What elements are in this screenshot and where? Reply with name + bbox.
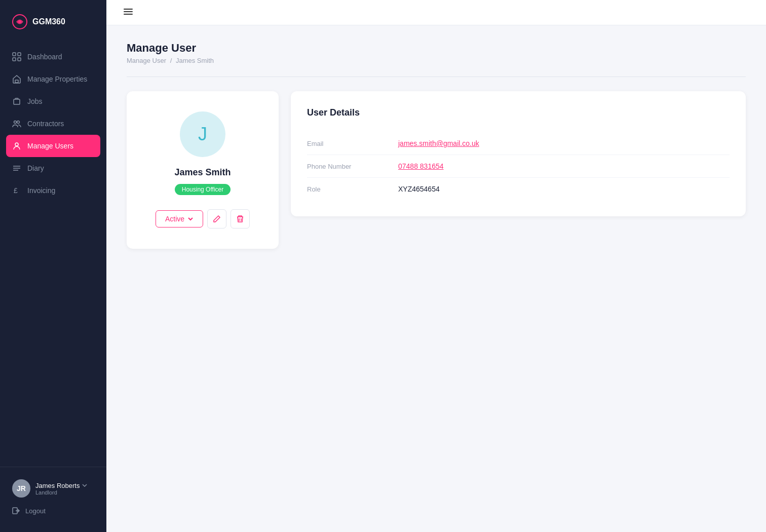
user-info: James Roberts Landlord	[35, 482, 94, 496]
sidebar-item-jobs[interactable]: Jobs	[0, 90, 106, 112]
logo-text: GGM360	[32, 17, 65, 26]
edit-button[interactable]	[207, 209, 226, 229]
user-card-avatar: J	[180, 111, 225, 157]
logout-label: Logout	[25, 507, 46, 515]
user-card: J James Smith Housing Officer Active	[127, 91, 279, 249]
svg-rect-2	[13, 53, 16, 56]
email-value[interactable]: james.smith@gmail.co.uk	[398, 139, 479, 147]
jobs-icon	[12, 97, 21, 106]
logout-button[interactable]: Logout	[12, 502, 94, 520]
details-card: User Details Email james.smith@gmail.co.…	[291, 91, 746, 216]
svg-rect-3	[18, 53, 21, 56]
svg-point-1	[18, 20, 21, 23]
svg-rect-6	[15, 80, 18, 83]
page-divider	[127, 77, 746, 77]
hamburger-icon	[123, 6, 134, 17]
dashboard-icon	[12, 52, 21, 61]
svg-rect-7	[14, 99, 20, 104]
sidebar-item-diary[interactable]: Diary	[0, 157, 106, 179]
chevron-down-icon	[187, 216, 194, 222]
sidebar-nav: Dashboard Manage Properties Jobs	[0, 42, 106, 467]
logo: GGM360	[0, 0, 106, 42]
sidebar-item-manage-properties-label: Manage Properties	[27, 75, 87, 83]
user-role-badge: Housing Officer	[175, 184, 231, 195]
svg-rect-5	[18, 58, 21, 61]
sidebar-item-manage-users[interactable]: Manage Users	[6, 135, 100, 157]
user-role: Landlord	[35, 489, 94, 496]
svg-text:£: £	[14, 186, 18, 195]
logout-icon	[12, 507, 20, 515]
chevron-down-icon	[82, 482, 88, 488]
phone-value[interactable]: 07488 831654	[398, 162, 444, 170]
detail-row-phone: Phone Number 07488 831654	[307, 155, 730, 178]
sidebar-item-invoicing-label: Invoicing	[27, 186, 55, 195]
email-label: Email	[307, 140, 398, 147]
role-label: Role	[307, 185, 398, 193]
sidebar: GGM360 Dashboard Manage Pr	[0, 0, 106, 532]
cards-container: J James Smith Housing Officer Active	[127, 91, 746, 249]
sidebar-bottom: JR James Roberts Landlord Logout	[0, 467, 106, 532]
topbar	[106, 0, 766, 25]
invoicing-icon: £	[12, 186, 21, 195]
hamburger-button[interactable]	[123, 6, 134, 19]
breadcrumb: Manage User / James Smith	[127, 57, 746, 64]
user-profile[interactable]: JR James Roberts Landlord	[12, 475, 94, 502]
sidebar-item-contractors[interactable]: Contractors	[0, 112, 106, 135]
page-title: Manage User	[127, 42, 746, 55]
delete-icon	[236, 215, 244, 223]
sidebar-item-diary-label: Diary	[27, 164, 44, 172]
diary-icon	[12, 164, 21, 173]
svg-rect-4	[13, 58, 16, 61]
breadcrumb-parent: Manage User	[127, 57, 166, 64]
user-card-actions: Active	[156, 209, 250, 229]
details-title: User Details	[307, 107, 730, 118]
edit-icon	[213, 215, 221, 223]
role-value: XYZ4654654	[398, 185, 440, 193]
sidebar-item-jobs-label: Jobs	[27, 97, 43, 105]
contractors-icon	[12, 119, 21, 128]
user-name: James Roberts	[35, 482, 94, 489]
delete-button[interactable]	[231, 209, 250, 229]
phone-label: Phone Number	[307, 163, 398, 170]
svg-point-9	[17, 121, 20, 124]
status-button[interactable]: Active	[156, 210, 203, 227]
breadcrumb-current: James Smith	[176, 57, 214, 64]
avatar: JR	[12, 479, 30, 498]
home-icon	[12, 74, 21, 84]
page-content: Manage User Manage User / James Smith J …	[106, 25, 766, 265]
sidebar-item-invoicing[interactable]: £ Invoicing	[0, 179, 106, 202]
sidebar-item-dashboard[interactable]: Dashboard	[0, 46, 106, 68]
sidebar-item-dashboard-label: Dashboard	[27, 53, 62, 61]
main-content: Manage User Manage User / James Smith J …	[106, 0, 766, 532]
breadcrumb-separator: /	[170, 57, 172, 64]
sidebar-item-contractors-label: Contractors	[27, 120, 64, 128]
svg-point-8	[14, 121, 17, 124]
users-icon	[12, 141, 21, 150]
logo-icon	[12, 14, 27, 29]
sidebar-item-manage-properties[interactable]: Manage Properties	[0, 68, 106, 90]
sidebar-item-manage-users-label: Manage Users	[27, 142, 73, 150]
detail-row-role: Role XYZ4654654	[307, 178, 730, 200]
user-card-name: James Smith	[174, 167, 231, 178]
detail-row-email: Email james.smith@gmail.co.uk	[307, 132, 730, 155]
svg-point-10	[15, 143, 18, 146]
